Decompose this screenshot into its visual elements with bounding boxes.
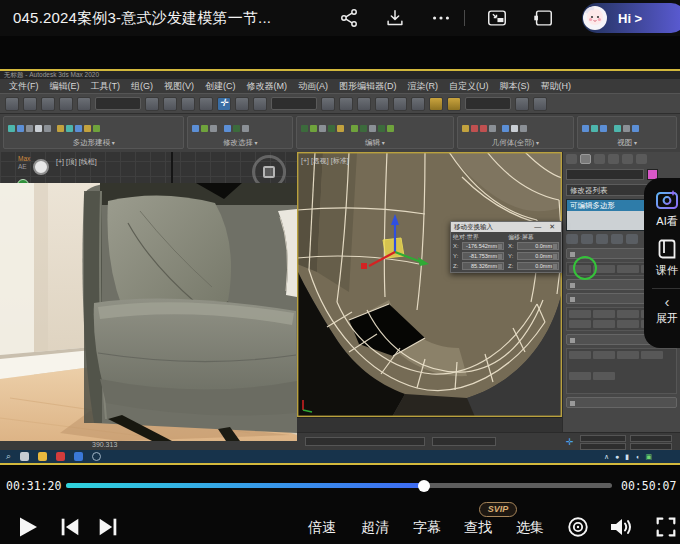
move-transform-typein-dialog[interactable]: 移动变换输入 — ✕ 绝对:世界 X: -176.542mm Y: -81.75… (450, 221, 562, 273)
menu-rendering[interactable]: 渲染(R) (403, 80, 444, 93)
taskbar-system-tray[interactable]: ∧●▮ ◖▣ (604, 452, 652, 461)
menu-group[interactable]: 组(G) (126, 80, 158, 93)
select-move-icon[interactable] (217, 97, 231, 111)
mirror-icon[interactable] (393, 97, 407, 111)
abs-x-field[interactable]: -176.542mm (462, 242, 504, 250)
courseware-icon[interactable] (655, 237, 679, 261)
menu-tools[interactable]: 工具(T) (86, 80, 126, 93)
tab-utilities[interactable] (636, 154, 647, 164)
chevron-left-icon[interactable]: ‹ (665, 295, 670, 309)
fullscreen-icon[interactable] (654, 514, 678, 540)
abs-y-field[interactable]: -81.753mm (462, 252, 504, 260)
use-pivot-icon[interactable] (321, 97, 335, 111)
menu-edit[interactable]: 编辑(E) (45, 80, 85, 93)
previous-episode-button[interactable] (58, 514, 82, 540)
rollout-paint-deform[interactable] (566, 397, 677, 408)
reference-coordinate-dropdown[interactable] (271, 97, 317, 110)
taskbar-app-ring-icon[interactable] (92, 452, 101, 461)
transform-typein-icon[interactable]: ✛ (566, 437, 574, 447)
play-button[interactable] (14, 514, 40, 540)
menu-graph-editors[interactable]: 图形编辑器(D) (334, 80, 402, 93)
ribbon-group-modify-selection[interactable]: 修改选择 (187, 116, 293, 149)
ai-watch-label[interactable]: AI看 (656, 214, 677, 229)
taskbar-taskview-icon[interactable] (20, 452, 29, 461)
selection-filter-dropdown[interactable] (95, 97, 141, 110)
ai-watch-icon[interactable] (655, 188, 679, 212)
bind-icon[interactable] (77, 97, 91, 111)
menu-help[interactable]: 帮助(H) (536, 80, 577, 93)
taskbar-search-icon[interactable]: ⌕ (6, 451, 11, 462)
abs-z-field[interactable]: 85.326mm (462, 262, 504, 270)
offset-y-field[interactable]: 0.0mm (517, 252, 559, 260)
taskbar-app-blue-icon[interactable] (74, 452, 83, 461)
select-rotate-icon[interactable] (235, 97, 249, 111)
progress-handle[interactable] (418, 480, 430, 492)
configure-stack-icon[interactable] (626, 234, 638, 244)
object-name-field[interactable] (566, 169, 644, 180)
select-scale-icon[interactable] (253, 97, 267, 111)
remove-modifier-icon[interactable] (611, 234, 623, 244)
dialog-titlebar[interactable]: 移动变换输入 — ✕ (451, 222, 561, 232)
angle-snap-icon[interactable] (357, 97, 371, 111)
window-crossing-icon[interactable] (199, 97, 213, 111)
percent-snap-icon[interactable] (375, 97, 389, 111)
select-by-name-icon[interactable] (163, 97, 177, 111)
courseware-label[interactable]: 课件 (656, 263, 678, 278)
offset-x-field[interactable]: 0.0mm (517, 242, 559, 250)
tab-display[interactable] (622, 154, 633, 164)
speed-button[interactable]: 倍速 (303, 514, 341, 540)
menu-views[interactable]: 视图(V) (159, 80, 199, 93)
undo-icon[interactable] (5, 97, 19, 111)
viewport-left-label[interactable]: [+] [顶] [线框] (56, 157, 97, 167)
download-icon[interactable] (384, 7, 406, 29)
show-end-result-icon[interactable] (581, 234, 593, 244)
menu-file[interactable]: 文件(F) (4, 80, 44, 93)
material-editor-icon[interactable] (515, 97, 529, 111)
offset-z-field[interactable]: 0.0mm (517, 262, 559, 270)
progress-bar[interactable] (66, 483, 612, 488)
menu-customize[interactable]: 自定义(U) (444, 80, 494, 93)
picture-in-picture-icon[interactable] (486, 7, 508, 29)
unlink-icon[interactable] (59, 97, 73, 111)
ribbon-group-edit[interactable]: 编辑 (296, 116, 454, 149)
find-button[interactable]: 查找 (459, 514, 497, 540)
volume-icon[interactable] (608, 514, 634, 540)
render-production-icon[interactable] (447, 97, 461, 111)
tab-hierarchy[interactable] (594, 154, 605, 164)
episodes-button[interactable]: 选集 (511, 514, 549, 540)
assistant-pill-button[interactable]: Hi > (582, 3, 680, 33)
viewport-right-label[interactable]: [+] [透视] [标准] (301, 156, 349, 166)
curve-editor-icon[interactable] (533, 97, 547, 111)
snap-toggle-icon[interactable] (339, 97, 353, 111)
menu-scripting[interactable]: 脚本(S) (495, 80, 535, 93)
tab-motion[interactable] (608, 154, 619, 164)
link-icon[interactable] (41, 97, 55, 111)
redo-icon[interactable] (23, 97, 37, 111)
paint-bucket-icon[interactable] (33, 159, 49, 175)
subtitles-button[interactable]: 字幕 (408, 514, 446, 540)
named-selection-dropdown[interactable] (465, 97, 511, 110)
menu-animation[interactable]: 动画(A) (293, 80, 333, 93)
taskbar-app-red-icon[interactable] (56, 452, 65, 461)
select-object-icon[interactable] (145, 97, 159, 111)
more-options-icon[interactable] (430, 7, 452, 29)
select-region-icon[interactable] (181, 97, 195, 111)
make-unique-icon[interactable] (596, 234, 608, 244)
expand-label[interactable]: 展开 (656, 311, 678, 326)
tab-modify[interactable] (580, 154, 591, 164)
align-icon[interactable] (411, 97, 425, 111)
menu-create[interactable]: 创建(C) (200, 80, 241, 93)
menu-modifiers[interactable]: 修改器(M) (242, 80, 293, 93)
share-icon[interactable] (338, 7, 360, 29)
theater-mode-icon[interactable] (532, 7, 554, 29)
ribbon-group-geometry-all[interactable]: 几何体(全部) (457, 116, 575, 149)
tab-create[interactable] (566, 154, 577, 164)
render-setup-icon[interactable] (429, 97, 443, 111)
quality-button[interactable]: 超清 (356, 514, 394, 540)
dialog-window-buttons[interactable]: — ✕ (534, 222, 558, 232)
taskbar-explorer-icon[interactable] (38, 452, 47, 461)
viewport-perspective[interactable] (297, 152, 562, 417)
next-episode-button[interactable] (96, 514, 120, 540)
danmaku-settings-icon[interactable] (566, 514, 590, 540)
pin-stack-icon[interactable] (566, 234, 578, 244)
